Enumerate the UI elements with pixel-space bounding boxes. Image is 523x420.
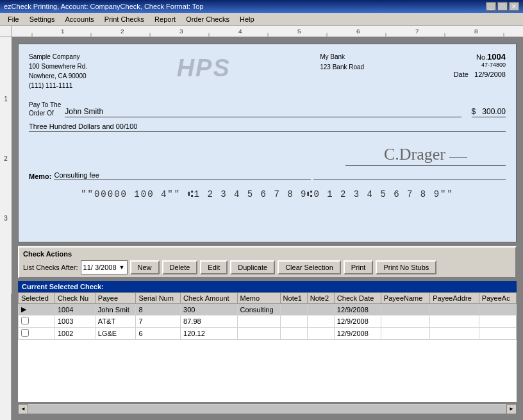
- bank-info: My Bank 123 Bank Road: [320, 52, 364, 72]
- col-header-note1: Note1: [280, 293, 307, 304]
- payee-john-smit: John Smit: [95, 304, 136, 315]
- check-top-row: Sample Company 100 Somewhere Rd. Nowhere…: [29, 52, 506, 90]
- check-table: Selected Check Nu Payee Serial Num Check…: [18, 292, 517, 340]
- amount-87: 87.98: [181, 315, 237, 328]
- check-no-label: No.1004: [454, 52, 506, 62]
- company-address2: Nowhere, CA 90000: [29, 71, 87, 81]
- check-date: 12/9/2008: [474, 71, 506, 78]
- date-2: 12/9/2008: [334, 315, 381, 328]
- amount-120: 120.12: [181, 328, 237, 340]
- scroll-right-button[interactable]: ►: [506, 404, 517, 414]
- col-header-note2: Note2: [307, 293, 334, 304]
- col-header-checknum: Check Nu: [54, 293, 95, 304]
- checkbox-1003[interactable]: [21, 317, 29, 324]
- memo-value: Consulting fee: [54, 171, 311, 180]
- menu-print-checks[interactable]: Print Checks: [99, 15, 149, 24]
- check-num-1004: 1004: [54, 304, 95, 315]
- date-dropdown[interactable]: 11/ 3/2008 ▼: [81, 260, 128, 274]
- check-date-row: Date 12/9/2008: [454, 71, 506, 78]
- current-check-label: Current Selected Check:: [22, 283, 104, 290]
- pay-to-row: Pay To TheOrder Of John Smith $ 300.00: [29, 101, 506, 117]
- menu-accounts[interactable]: Accounts: [60, 15, 99, 24]
- bank-address: 123 Bank Road: [320, 62, 364, 72]
- menu-order-checks[interactable]: Order Checks: [181, 15, 235, 24]
- svg-text:3: 3: [179, 28, 183, 35]
- table-row[interactable]: 1003 AT&T 7 87.98 12/9/2008: [19, 315, 517, 328]
- left-ruler: 1 2 3: [0, 37, 12, 420]
- close-button[interactable]: ✕: [509, 2, 519, 11]
- memo-consulting: Consulting: [237, 304, 280, 315]
- amount-value: 300.00: [482, 107, 506, 116]
- title-bar-text: ezCheck Printing, Account: CompanyCheck,…: [4, 3, 204, 10]
- scroll-left-button[interactable]: ◄: [18, 404, 28, 414]
- date-label: Date: [454, 71, 469, 78]
- duplicate-button[interactable]: Duplicate: [230, 260, 275, 274]
- current-row-icon: ▶: [21, 305, 26, 313]
- memo-row: Memo: Consulting fee: [29, 171, 506, 180]
- col-header-payeename: PayeeName: [381, 293, 429, 304]
- new-button[interactable]: New: [130, 260, 160, 274]
- svg-text:3: 3: [4, 215, 8, 222]
- delete-button[interactable]: Delete: [162, 260, 198, 274]
- edit-button[interactable]: Edit: [200, 260, 228, 274]
- title-bar-buttons: _ □ ✕: [486, 2, 519, 11]
- print-no-stubs-button[interactable]: Print No Stubs: [376, 260, 436, 274]
- company-address1: 100 Somewhere Rd.: [29, 62, 87, 71]
- checkbox-1002[interactable]: [21, 329, 29, 337]
- amount-300: 300: [181, 304, 237, 315]
- current-check-panel: Current Selected Check:: [18, 281, 517, 292]
- check-actions-toolbar: List Checks After: 11/ 3/2008 ▼ New Dele…: [23, 260, 511, 274]
- signature-area: C.Drager ——: [29, 145, 506, 166]
- menu-bar: File Settings Accounts Print Checks Repo…: [0, 13, 523, 26]
- check-routing: 47-74800: [454, 62, 506, 68]
- bottom-scrollbar: ◄ ►: [18, 403, 517, 414]
- signature: C.Drager ——: [345, 145, 506, 166]
- row-indicator: ▶: [19, 304, 55, 315]
- col-header-date: Check Date: [334, 293, 381, 304]
- clear-selection-button[interactable]: Clear Selection: [278, 260, 341, 274]
- row-checkbox-2[interactable]: [19, 315, 55, 328]
- menu-help[interactable]: Help: [235, 15, 260, 24]
- check-actions-title: Check Actions: [23, 250, 511, 258]
- scroll-track[interactable]: [28, 405, 506, 414]
- check-list-container[interactable]: Selected Check Nu Payee Serial Num Check…: [18, 292, 517, 402]
- serial-7: 7: [136, 315, 181, 328]
- check-paper: Sample Company 100 Somewhere Rd. Nowhere…: [18, 44, 517, 242]
- check-num-1003: 1003: [54, 315, 95, 328]
- menu-settings[interactable]: Settings: [24, 15, 60, 24]
- written-amount: Three Hundred Dollars and 00/100: [29, 122, 506, 132]
- top-ruler: 1 2 3 4 5 6 7 8: [0, 26, 523, 37]
- col-header-payeeaddr: PayeeAddre: [430, 293, 479, 304]
- menu-report[interactable]: Report: [149, 15, 181, 24]
- svg-text:1: 1: [61, 28, 65, 35]
- svg-text:7: 7: [415, 28, 419, 35]
- check-display-area: Sample Company 100 Somewhere Rd. Nowhere…: [12, 37, 523, 420]
- col-header-amount: Check Amount: [181, 293, 237, 304]
- table-row[interactable]: 1002 LG&E 6 120.12 12/9/2008: [19, 328, 517, 340]
- micr-line: ″″00000 100 4″″ ⑆1 2 3 4 5 6 7 8 9⑆0 1 2…: [29, 189, 506, 199]
- payee-att: AT&T: [95, 315, 136, 328]
- col-header-payeeac: PayeeAc: [479, 293, 516, 304]
- svg-text:8: 8: [474, 28, 478, 35]
- company-name: Sample Company: [29, 52, 87, 62]
- table-row[interactable]: ▶ 1004 John Smit 8 300 Consulting 12/9/2…: [19, 304, 517, 315]
- svg-text:5: 5: [297, 28, 301, 35]
- date-3: 12/9/2008: [334, 328, 381, 340]
- svg-text:4: 4: [238, 28, 242, 35]
- check-no-prefix: No.: [476, 53, 487, 61]
- check-actions-panel: Check Actions List Checks After: 11/ 3/2…: [18, 246, 517, 278]
- bank-name: My Bank: [320, 52, 364, 62]
- memo-label: Memo:: [29, 172, 51, 180]
- svg-text:1: 1: [4, 96, 8, 103]
- menu-file[interactable]: File: [3, 15, 24, 24]
- row-checkbox-3[interactable]: [19, 328, 55, 340]
- payee-lge: LG&E: [95, 328, 136, 340]
- date-dropdown-value: 11/ 3/2008: [83, 264, 117, 271]
- maximize-button[interactable]: □: [497, 2, 508, 11]
- print-button[interactable]: Print: [344, 260, 374, 274]
- minimize-button[interactable]: _: [486, 2, 496, 11]
- check-number-area: No.1004 47-74800 Date 12/9/2008: [454, 52, 506, 90]
- title-bar: ezCheck Printing, Account: CompanyCheck,…: [0, 0, 523, 13]
- dropdown-arrow-icon: ▼: [119, 264, 125, 271]
- serial-6: 6: [136, 328, 181, 340]
